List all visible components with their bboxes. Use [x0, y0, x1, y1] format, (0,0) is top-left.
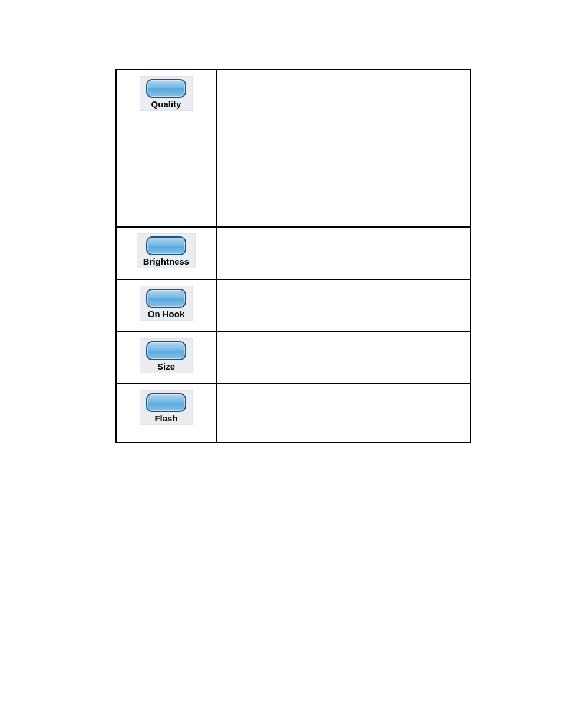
size-button[interactable]	[146, 341, 186, 360]
page: Quality Brightness	[0, 0, 562, 728]
button-label: On Hook	[148, 309, 185, 319]
table-row: Size	[116, 332, 471, 384]
button-icon-bg: On Hook	[140, 286, 193, 321]
cell-desc	[216, 279, 471, 332]
cell-button: Quality	[116, 70, 216, 227]
button-wrap: Quality	[121, 76, 211, 111]
button-label: Brightness	[143, 256, 189, 266]
table-row: Brightness	[116, 227, 471, 279]
buttons-table: Quality Brightness	[115, 69, 471, 443]
on-hook-button[interactable]	[146, 289, 186, 308]
cell-desc	[216, 332, 471, 384]
button-label: Quality	[151, 99, 181, 109]
button-wrap: Brightness	[121, 233, 211, 268]
button-label: Size	[157, 361, 175, 371]
button-wrap: Flash	[121, 390, 211, 425]
cell-desc	[216, 70, 471, 227]
button-icon-bg: Quality	[140, 76, 193, 111]
table-row: Flash	[116, 384, 471, 442]
button-icon-bg: Size	[140, 338, 193, 373]
table-row: On Hook	[116, 279, 471, 332]
button-wrap: Size	[121, 338, 211, 373]
cell-button: Flash	[116, 384, 216, 442]
cell-button: Brightness	[116, 227, 216, 279]
button-label: Flash	[154, 413, 177, 423]
button-icon-bg: Flash	[140, 390, 193, 425]
cell-desc	[216, 227, 471, 279]
button-wrap: On Hook	[121, 286, 211, 321]
brightness-button[interactable]	[146, 236, 186, 255]
table-row: Quality	[116, 70, 471, 227]
button-icon-bg: Brightness	[137, 233, 196, 268]
quality-button[interactable]	[146, 79, 186, 98]
cell-desc	[216, 384, 471, 442]
cell-button: Size	[116, 332, 216, 384]
flash-button[interactable]	[146, 393, 186, 412]
cell-button: On Hook	[116, 279, 216, 332]
